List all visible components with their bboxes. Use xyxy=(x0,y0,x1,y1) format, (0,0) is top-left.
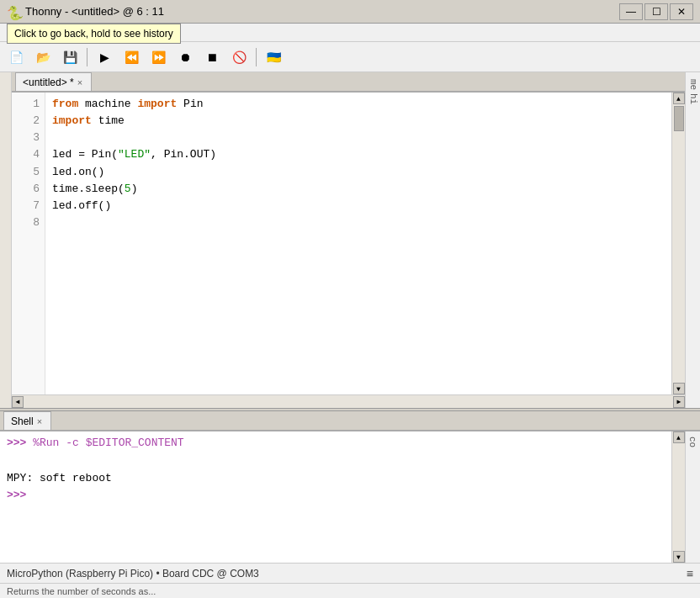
code-editor[interactable]: 1 2 3 4 5 6 7 8 from machine import Pin … xyxy=(12,93,685,394)
bottom-hint: Returns the number of seconds as... xyxy=(0,583,700,598)
save-file-button[interactable]: 💾 xyxy=(57,45,82,69)
status-menu-button[interactable]: ≡ xyxy=(687,567,693,580)
status-bar: MicroPython (Raspberry Pi Pico) • Board … xyxy=(0,563,700,583)
step-into-button[interactable]: ⏺ xyxy=(172,45,198,69)
editor-tab[interactable]: <untitled> * × xyxy=(15,72,92,91)
code-content[interactable]: from machine import Pin import time led … xyxy=(45,93,671,394)
close-button[interactable]: ✕ xyxy=(670,3,693,20)
editor-vertical-scrollbar[interactable]: ▲ ▼ xyxy=(671,93,685,394)
scroll-left-arrow[interactable]: ◀ xyxy=(12,396,24,408)
shell-tab-close-button[interactable]: × xyxy=(37,416,42,426)
shell-text-area[interactable]: >>> %Run -c $EDITOR_CONTENT MPY: soft re… xyxy=(0,431,671,563)
new-file-button[interactable]: 📄 xyxy=(3,45,29,69)
run-button[interactable]: ▶ xyxy=(92,45,117,69)
step-out-button[interactable]: ⏹ xyxy=(199,45,225,69)
title-left: 🐍 Thonny - <untitled> @ 6 : 11 xyxy=(7,5,164,19)
step-forward-button[interactable]: ⏩ xyxy=(146,45,171,69)
toolbar-separator-1 xyxy=(87,48,88,66)
shell-scroll-up-arrow[interactable]: ▲ xyxy=(673,431,685,443)
shell-vertical-scrollbar[interactable]: ▲ ▼ xyxy=(671,431,685,563)
tooltip: Click to go back, hold to see history xyxy=(7,24,181,44)
maximize-button[interactable]: ☐ xyxy=(644,3,668,20)
scroll-thumb[interactable] xyxy=(674,106,684,131)
status-text: MicroPython (Raspberry Pi Pico) • Board … xyxy=(7,568,259,579)
editor-tab-bar: <untitled> * × xyxy=(12,72,685,93)
shell-tab-label: Shell xyxy=(11,415,34,427)
app-icon: 🐍 xyxy=(7,5,20,19)
shell-right-panel: co xyxy=(685,431,700,563)
step-back-button[interactable]: ⏪ xyxy=(119,45,144,69)
shell-container: Shell × >>> %Run -c $EDITOR_CONTENT MPY:… xyxy=(0,411,700,563)
editor-horizontal-scrollbar[interactable]: ◀ ▶ xyxy=(12,394,685,408)
title-controls: — ☐ ✕ xyxy=(619,3,693,20)
editor-area: <untitled> * × 1 2 3 4 5 6 7 8 from mach… xyxy=(0,72,700,408)
minimize-button[interactable]: — xyxy=(619,3,643,20)
hint-text: Returns the number of seconds as... xyxy=(7,586,156,596)
shell-tab-bar: Shell × xyxy=(0,411,700,431)
shell-tab[interactable]: Shell × xyxy=(3,411,51,430)
toolbar: 📄 📂 💾 ▶ ⏪ ⏩ ⏺ ⏹ 🚫 🇺🇦 xyxy=(0,42,700,72)
shell-content: >>> %Run -c $EDITOR_CONTENT MPY: soft re… xyxy=(0,431,700,563)
editor-container: <untitled> * × 1 2 3 4 5 6 7 8 from mach… xyxy=(12,72,685,408)
open-file-button[interactable]: 📂 xyxy=(30,45,56,69)
stop-button[interactable]: 🚫 xyxy=(226,45,252,69)
tab-label: <untitled> * xyxy=(23,77,74,88)
left-gutter xyxy=(0,72,12,408)
ukraine-flag-button[interactable]: 🇺🇦 xyxy=(261,45,286,69)
h-scroll-track xyxy=(24,397,673,407)
shell-right-text: co xyxy=(686,435,699,449)
right-panel-text-2: hi xyxy=(688,93,698,104)
shell-scroll-down-arrow[interactable]: ▼ xyxy=(673,551,685,563)
tab-close-button[interactable]: × xyxy=(77,77,82,87)
toolbar-separator-2 xyxy=(256,48,257,66)
scroll-up-arrow[interactable]: ▲ xyxy=(673,93,685,104)
scroll-right-arrow[interactable]: ▶ xyxy=(673,396,685,408)
right-panel-text-1: me xyxy=(688,79,698,90)
title-bar: 🐍 Thonny - <untitled> @ 6 : 11 — ☐ ✕ xyxy=(0,0,700,24)
line-numbers: 1 2 3 4 5 6 7 8 xyxy=(12,93,45,394)
scroll-down-arrow[interactable]: ▼ xyxy=(673,383,685,394)
window-title: Thonny - <untitled> @ 6 : 11 xyxy=(25,5,164,18)
right-panel: me hi xyxy=(685,72,700,408)
